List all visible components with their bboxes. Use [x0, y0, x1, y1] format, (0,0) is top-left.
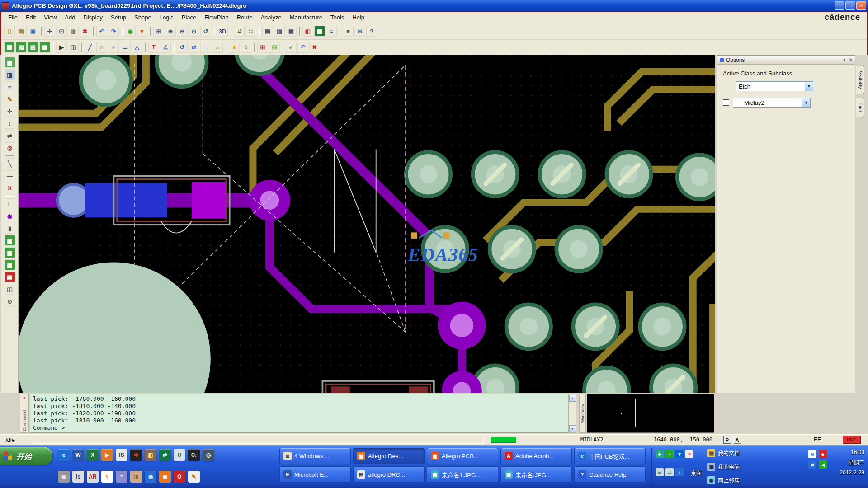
download-tray-icon[interactable]: ▼ [675, 450, 684, 458]
pin-icon[interactable]: ✦ [842, 57, 846, 62]
menu-item[interactable]: Display [79, 13, 107, 22]
task-4-windows[interactable]: ⊞ 4 Windows ... [279, 448, 351, 464]
add-arc-icon[interactable]: ∩ [96, 42, 107, 53]
layer-red-icon[interactable]: ▣ [5, 272, 15, 282]
flash-quick-icon[interactable]: ϟ [101, 471, 113, 483]
task-allegro-drc[interactable]: ▤ allegro DRC... [353, 466, 425, 483]
utorrent-quick-icon[interactable]: U [174, 449, 185, 461]
menu-item[interactable]: Setup [107, 13, 130, 22]
oops-icon[interactable]: ↶ [297, 42, 308, 53]
chevron-down-icon[interactable]: ▼ [805, 82, 813, 91]
padstack-icon[interactable]: ◫ [5, 284, 15, 295]
edit-vertex-icon[interactable]: ∠ [160, 42, 171, 53]
start-button[interactable]: 开始 [0, 447, 52, 465]
slide-icon[interactable]: → [200, 42, 211, 53]
ise-quick-icon[interactable]: IS [116, 449, 127, 461]
route-connect-icon[interactable]: ∟ [5, 198, 15, 209]
ie-quick-icon[interactable]: e [58, 449, 70, 461]
viewer-quick-icon[interactable]: ◎ [203, 449, 214, 461]
zoom-points-icon[interactable]: ⊙ [189, 26, 199, 37]
task-allegro-design[interactable]: ▣ Allegro Des... [353, 448, 425, 464]
drill-legend-icon[interactable]: ⊙ [5, 296, 15, 307]
layer-green-2-icon[interactable]: ▣ [5, 247, 15, 258]
menu-item[interactable]: View [40, 13, 61, 22]
minimize-button[interactable]: – [835, 1, 844, 10]
drc-status-badge[interactable]: DRC [843, 436, 861, 444]
waive-drc-icon[interactable]: ▼ [137, 26, 147, 37]
menu-item[interactable]: File [4, 13, 22, 22]
restore-button[interactable]: □ [845, 1, 855, 10]
spreadsheet-icon[interactable]: ▦ [314, 26, 325, 37]
task-adobe-acrobat[interactable]: A Adobe Acrob... [500, 448, 572, 464]
cancel-icon[interactable]: ✖ [309, 42, 320, 53]
fix-icon[interactable]: ⊞ [257, 42, 268, 53]
task-cadence-help[interactable]: ? Cadence Help [574, 466, 646, 483]
desktop-network-places[interactable]: ◉ 网上邻居 [707, 474, 758, 486]
grid-icon[interactable]: # [234, 26, 245, 37]
delete-icon[interactable]: ✖ [80, 26, 90, 37]
color-dialog-icon[interactable]: ◧ [302, 26, 313, 37]
waveform-icon[interactable]: ≈ [326, 26, 337, 37]
add-polygon-icon[interactable]: △ [132, 42, 142, 53]
editor-quick-icon[interactable]: ✎ [188, 471, 200, 483]
panel-close-icon[interactable]: ✕ [849, 57, 853, 62]
world-view[interactable] [587, 394, 714, 433]
pin-tool-icon[interactable]: ◎ [5, 142, 15, 153]
paste-icon[interactable]: ▥ [68, 26, 79, 37]
excel-quick-icon[interactable]: X [87, 449, 99, 461]
menu-item[interactable]: Edit [22, 13, 40, 22]
menu-item[interactable]: Manufacture [286, 13, 326, 22]
scroll-down-icon[interactable]: ▼ [569, 425, 576, 432]
update-tray-icon[interactable]: ✚ [656, 450, 664, 458]
database-quick-icon[interactable]: ≡ [116, 471, 127, 483]
origin-icon[interactable]: ✛ [5, 106, 15, 117]
subclass-dropdown[interactable]: Midlay2 ▼ [733, 98, 811, 108]
task-allegro-pcb[interactable]: ▣ Allegro PCB... [427, 448, 498, 464]
task-pcb-forum[interactable]: e 中国PCB论坛... [574, 448, 646, 464]
dehighlight-icon[interactable]: ☆ [241, 42, 251, 53]
network-tray-icon[interactable]: ⇄ [808, 460, 816, 469]
flip-design-icon[interactable]: ↕ [5, 118, 15, 129]
media-quick-icon[interactable]: ▶ [101, 449, 113, 461]
antivirus-tray-icon[interactable]: ✓ [665, 450, 674, 458]
task-untitled1-jpg[interactable]: ▦ 未命名1.JPG... [427, 466, 498, 483]
console-close-icon[interactable]: ✕ [23, 396, 26, 400]
layer-green-3-icon[interactable]: ▣ [5, 259, 15, 270]
window-select-icon[interactable]: ◫ [68, 42, 79, 53]
task-untitled-jpg[interactable]: ▦ 未命名.JPG ... [500, 466, 572, 483]
zoom-in-icon[interactable]: ⊕ [165, 26, 176, 37]
message-tray-icon[interactable]: ✉ [685, 450, 693, 458]
mirror-icon[interactable]: ⇄ [189, 42, 199, 53]
zoom-fit-icon[interactable]: ⊞ [153, 26, 164, 37]
pick-icon[interactable]: ▶ [56, 42, 67, 53]
task-microsoft-e[interactable]: E Microsoft E... [279, 466, 351, 483]
hide-rats-icon[interactable]: ▧ [16, 42, 27, 53]
assign-color-icon[interactable]: ★ [229, 42, 240, 53]
slant-line-icon[interactable]: ╲ [5, 158, 15, 169]
add-circle-icon[interactable]: ○ [108, 42, 119, 53]
visibility-pane-icon[interactable]: ▦ [5, 57, 15, 68]
isis-quick-icon[interactable]: is [72, 471, 84, 483]
snap-icon[interactable]: ∷ [245, 26, 256, 37]
menu-item[interactable]: Add [61, 13, 79, 22]
pcb-canvas[interactable]: EDA365 [19, 55, 715, 393]
menu-item[interactable]: Logic [156, 13, 178, 22]
chevron-down-icon[interactable]: ▼ [802, 98, 810, 107]
close-button[interactable]: ✕ [856, 1, 866, 10]
menu-item[interactable]: Help [348, 13, 368, 22]
redo-icon[interactable]: ↷ [108, 26, 119, 37]
firefox-quick-icon[interactable]: ◉ [159, 471, 171, 483]
keyboard-tray-icon[interactable]: ▭ [665, 468, 674, 476]
command-console[interactable]: last pick: -1780.000 -160.000last pick: … [30, 394, 568, 433]
shape-tool-icon[interactable]: ▮ [5, 223, 15, 234]
open-drawing-icon[interactable]: ▤ [16, 26, 27, 37]
add-text-icon[interactable]: T [148, 42, 159, 53]
unfix-icon[interactable]: ⊟ [269, 42, 280, 53]
tab-find[interactable]: Find [856, 98, 864, 117]
done-icon[interactable]: ✓ [286, 42, 297, 53]
mail-icon[interactable]: ✉ [354, 26, 365, 37]
word-quick-icon[interactable]: W [72, 449, 84, 461]
rats-net-icon[interactable]: ▨ [28, 42, 38, 53]
rats-component-icon[interactable]: ▩ [39, 42, 50, 53]
help-icon[interactable]: ? [366, 26, 377, 37]
